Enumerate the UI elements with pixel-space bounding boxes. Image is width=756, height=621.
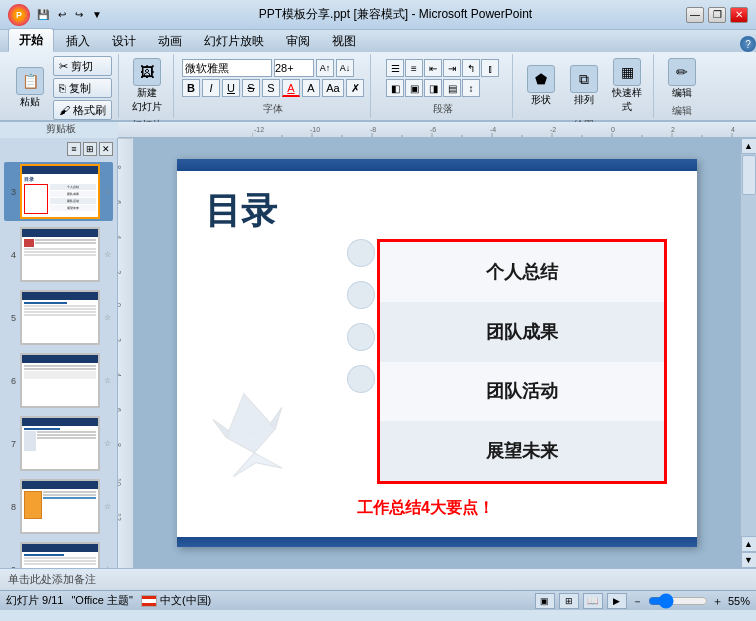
svg-text:-2: -2: [118, 268, 122, 274]
content-item-3: 团队活动: [380, 362, 664, 422]
increase-indent-button[interactable]: ⇥: [443, 59, 461, 77]
slideshow-button[interactable]: ▶: [607, 593, 627, 609]
panel-btn-grid[interactable]: ⊞: [83, 142, 97, 156]
slide-count: 幻灯片 9/11: [6, 593, 63, 608]
tab-design[interactable]: 设计: [102, 30, 146, 52]
edit-label: 编辑: [672, 86, 692, 100]
right-scrollbar: ▲ ▲ ▼: [740, 138, 756, 568]
group-paragraph: ☰ ≡ ⇤ ⇥ ↰ ⫿ ◧ ▣ ◨ ▤ ↕ 段落: [373, 54, 513, 118]
align-center-button[interactable]: ▣: [405, 79, 423, 97]
bullets-button[interactable]: ☰: [386, 59, 404, 77]
quick-access-toolbar: 💾 ↩ ↪ ▼: [34, 8, 105, 21]
zoom-minus-button[interactable]: －: [631, 594, 645, 608]
font-name-input[interactable]: [182, 59, 272, 77]
scroll-down-button-1[interactable]: ▲: [741, 536, 757, 552]
status-left: 幻灯片 9/11 "Office 主题" 中文(中国): [6, 593, 211, 608]
bold-button[interactable]: B: [182, 79, 200, 97]
slide-img-9: [20, 542, 100, 568]
align-right-button[interactable]: ◨: [424, 79, 442, 97]
slide-thumb-4[interactable]: 4 ☆: [4, 225, 113, 284]
svg-marker-43: [230, 448, 283, 476]
panel-close-button[interactable]: ✕: [99, 142, 113, 156]
numbered-list-button[interactable]: ≡: [405, 59, 423, 77]
tab-start[interactable]: 开始: [8, 28, 54, 52]
minimize-button[interactable]: —: [686, 7, 704, 23]
undo-button[interactable]: ↩: [55, 8, 69, 21]
copy-button[interactable]: ⎘复制: [53, 78, 112, 98]
redo-button[interactable]: ↪: [72, 8, 86, 21]
quick-style-button[interactable]: ▦ 快速样式: [607, 56, 647, 116]
cut-icon: ✂: [59, 60, 68, 73]
help-icon[interactable]: ?: [740, 36, 756, 52]
italic-button[interactable]: I: [202, 79, 220, 97]
paste-button[interactable]: 📋 粘贴: [10, 65, 50, 111]
edit-content: ✏ 编辑: [662, 56, 702, 102]
tab-slideshow[interactable]: 幻灯片放映: [194, 30, 274, 52]
scroll-thumb[interactable]: [742, 155, 756, 195]
arrange-button[interactable]: ⧉ 排列: [564, 63, 604, 109]
slide-thumb-9[interactable]: 9 ☆: [4, 540, 113, 568]
reading-view-button[interactable]: 📖: [583, 593, 603, 609]
slide-thumb-8[interactable]: 8 ☆: [4, 477, 113, 536]
shadow-button[interactable]: S: [262, 79, 280, 97]
highlight-button[interactable]: A: [302, 79, 320, 97]
customize-button[interactable]: ▼: [89, 8, 105, 21]
slide-num-4: 4: [6, 250, 16, 260]
paste-label: 粘贴: [20, 95, 40, 109]
edit-button[interactable]: ✏ 编辑: [662, 56, 702, 102]
underline-button[interactable]: U: [222, 79, 240, 97]
font-grow-button[interactable]: A↑: [316, 59, 334, 77]
vertical-ruler: -8 -6 -4 -2 0 2 4 6 8 10 12: [118, 138, 134, 568]
svg-text:0: 0: [611, 126, 615, 133]
font-size-label: Aa: [322, 79, 344, 97]
tab-insert[interactable]: 插入: [56, 30, 100, 52]
scroll-up-button[interactable]: ▲: [741, 138, 757, 154]
slide-thumb-5[interactable]: 5 ☆: [4, 288, 113, 347]
decrease-indent-button[interactable]: ⇤: [424, 59, 442, 77]
format-painter-button[interactable]: 🖌格式刷: [53, 100, 112, 120]
columns-button[interactable]: ⫿: [481, 59, 499, 77]
save-button[interactable]: 💾: [34, 8, 52, 21]
language-indicator[interactable]: 中文(中国): [141, 593, 211, 608]
scroll-down-button-2[interactable]: ▼: [741, 552, 757, 568]
panel-btn-outline[interactable]: ≡: [67, 142, 81, 156]
slide-sorter-button[interactable]: ⊞: [559, 593, 579, 609]
svg-text:4: 4: [731, 126, 735, 133]
status-bar: 幻灯片 9/11 "Office 主题" 中文(中国) ▣ ⊞ 📖 ▶ － ＋ …: [0, 590, 756, 610]
tab-animation[interactable]: 动画: [148, 30, 192, 52]
notes-bar[interactable]: 单击此处添加备注: [0, 568, 756, 590]
slide-thumb-7[interactable]: 7 ☆: [4, 414, 113, 473]
slide-thumb-3[interactable]: 3 目录 个人总结 团队成果 团队活动 展望未来 ☆: [4, 162, 113, 221]
svg-text:-2: -2: [550, 126, 556, 133]
svg-text:-6: -6: [430, 126, 436, 133]
shape-button[interactable]: ⬟ 形状: [521, 63, 561, 109]
slide-num-7: 7: [6, 439, 16, 449]
close-button[interactable]: ✕: [730, 7, 748, 23]
cut-button[interactable]: ✂剪切: [53, 56, 112, 76]
group-drawing: ⬟ 形状 ⧉ 排列 ▦ 快速样式 绘图: [515, 54, 654, 118]
zoom-plus-button[interactable]: ＋: [711, 594, 725, 608]
tab-review[interactable]: 审阅: [276, 30, 320, 52]
justify-button[interactable]: ▤: [443, 79, 461, 97]
slide-bottom-bar: [177, 537, 697, 547]
arrange-icon: ⧉: [570, 65, 598, 93]
font-label: 字体: [263, 102, 283, 116]
new-slide-button[interactable]: 🖼 新建幻灯片: [127, 56, 167, 116]
zoom-slider[interactable]: [648, 596, 708, 606]
rtl-button[interactable]: ↰: [462, 59, 480, 77]
strikethrough-button[interactable]: S: [242, 79, 260, 97]
align-left-button[interactable]: ◧: [386, 79, 404, 97]
main-area: ≡ ⊞ ✕ 3 目录 个人总结 团队成果 团队活动 展望未来: [0, 138, 756, 568]
restore-button[interactable]: ❐: [708, 7, 726, 23]
slide-num-9: 9: [6, 565, 16, 569]
quick-style-label: 快速样式: [609, 86, 645, 114]
normal-view-button[interactable]: ▣: [535, 593, 555, 609]
line-spacing-button[interactable]: ↕: [462, 79, 480, 97]
font-color-button[interactable]: A: [282, 79, 300, 97]
clear-format-button[interactable]: ✗: [346, 79, 364, 97]
font-shrink-button[interactable]: A↓: [336, 59, 354, 77]
font-size-input[interactable]: [274, 59, 314, 77]
slide-thumb-6[interactable]: 6 ☆: [4, 351, 113, 410]
tab-view[interactable]: 视图: [322, 30, 366, 52]
ribbon: 📋 粘贴 ✂剪切 ⎘复制 🖌格式刷 剪贴板 🖼 新建幻灯片 幻灯片: [0, 52, 756, 122]
